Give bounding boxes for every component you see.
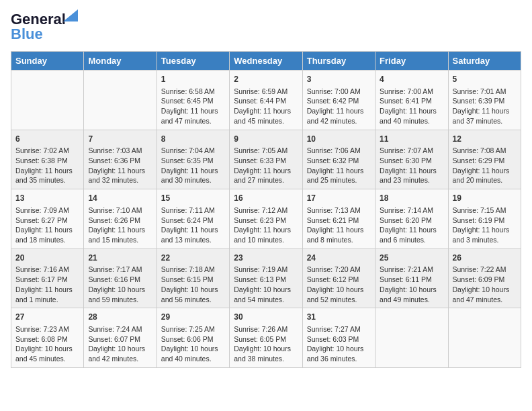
day-info: Sunrise: 7:23 AM Sunset: 6:08 PM Dayligh…: [15, 324, 79, 364]
day-number: 20: [15, 253, 79, 264]
calendar-cell: 18Sunrise: 7:14 AM Sunset: 6:20 PM Dayli…: [375, 189, 448, 249]
day-info: Sunrise: 7:01 AM Sunset: 6:39 PM Dayligh…: [453, 87, 517, 126]
calendar-cell: 15Sunrise: 7:11 AM Sunset: 6:24 PM Dayli…: [157, 189, 229, 249]
day-info: Sunrise: 7:22 AM Sunset: 6:09 PM Dayligh…: [453, 265, 517, 304]
logo: General Blue: [11, 11, 66, 43]
day-info: Sunrise: 7:09 AM Sunset: 6:27 PM Dayligh…: [15, 205, 79, 245]
day-number: 4: [380, 74, 443, 85]
day-number: 11: [380, 134, 443, 145]
calendar-cell: 3Sunrise: 7:00 AM Sunset: 6:42 PM Daylig…: [302, 71, 375, 130]
day-number: 22: [161, 253, 225, 264]
day-info: Sunrise: 7:07 AM Sunset: 6:30 PM Dayligh…: [380, 146, 443, 185]
calendar-week-row: 1Sunrise: 6:58 AM Sunset: 6:45 PM Daylig…: [11, 71, 521, 130]
day-info: Sunrise: 7:11 AM Sunset: 6:24 PM Dayligh…: [161, 205, 225, 245]
calendar-cell: 29Sunrise: 7:25 AM Sunset: 6:06 PM Dayli…: [157, 308, 229, 368]
svg-marker-0: [63, 9, 78, 21]
day-info: Sunrise: 7:24 AM Sunset: 6:07 PM Dayligh…: [88, 324, 152, 364]
calendar-week-row: 20Sunrise: 7:16 AM Sunset: 6:17 PM Dayli…: [11, 248, 521, 308]
calendar-cell: 7Sunrise: 7:03 AM Sunset: 6:36 PM Daylig…: [84, 130, 157, 189]
day-number: 10: [307, 134, 371, 145]
calendar-week-row: 27Sunrise: 7:23 AM Sunset: 6:08 PM Dayli…: [11, 308, 521, 368]
day-number: 3: [307, 74, 371, 85]
day-info: Sunrise: 6:58 AM Sunset: 6:45 PM Dayligh…: [161, 87, 225, 126]
calendar-cell: [448, 308, 521, 368]
col-header-sunday: Sunday: [11, 52, 84, 71]
calendar-cell: 16Sunrise: 7:12 AM Sunset: 6:23 PM Dayli…: [230, 189, 302, 249]
calendar-cell: 17Sunrise: 7:13 AM Sunset: 6:21 PM Dayli…: [302, 189, 375, 249]
day-info: Sunrise: 7:13 AM Sunset: 6:21 PM Dayligh…: [307, 205, 371, 245]
calendar-cell: 8Sunrise: 7:04 AM Sunset: 6:35 PM Daylig…: [157, 130, 229, 189]
day-info: Sunrise: 7:18 AM Sunset: 6:15 PM Dayligh…: [161, 265, 225, 304]
calendar-cell: 26Sunrise: 7:22 AM Sunset: 6:09 PM Dayli…: [448, 248, 521, 308]
day-info: Sunrise: 7:06 AM Sunset: 6:32 PM Dayligh…: [307, 146, 371, 185]
calendar-cell: 20Sunrise: 7:16 AM Sunset: 6:17 PM Dayli…: [11, 248, 84, 308]
calendar-cell: 28Sunrise: 7:24 AM Sunset: 6:07 PM Dayli…: [84, 308, 157, 368]
day-info: Sunrise: 7:04 AM Sunset: 6:35 PM Dayligh…: [161, 146, 225, 185]
calendar-cell: [84, 71, 157, 130]
day-number: 30: [234, 312, 298, 323]
day-info: Sunrise: 7:03 AM Sunset: 6:36 PM Dayligh…: [88, 146, 152, 185]
day-info: Sunrise: 7:17 AM Sunset: 6:16 PM Dayligh…: [88, 265, 152, 304]
day-number: 1: [161, 74, 225, 85]
calendar-cell: 12Sunrise: 7:08 AM Sunset: 6:29 PM Dayli…: [448, 130, 521, 189]
day-info: Sunrise: 7:00 AM Sunset: 6:42 PM Dayligh…: [307, 87, 371, 126]
calendar-cell: 27Sunrise: 7:23 AM Sunset: 6:08 PM Dayli…: [11, 308, 84, 368]
day-number: 31: [307, 312, 371, 323]
day-info: Sunrise: 7:10 AM Sunset: 6:26 PM Dayligh…: [88, 205, 152, 245]
day-number: 25: [380, 253, 443, 264]
calendar-cell: 10Sunrise: 7:06 AM Sunset: 6:32 PM Dayli…: [302, 130, 375, 189]
day-info: Sunrise: 7:19 AM Sunset: 6:13 PM Dayligh…: [234, 265, 298, 304]
col-header-thursday: Thursday: [302, 52, 375, 71]
page-header: General Blue: [11, 11, 521, 43]
calendar-cell: 11Sunrise: 7:07 AM Sunset: 6:30 PM Dayli…: [375, 130, 448, 189]
day-number: 8: [161, 134, 225, 145]
calendar-cell: [11, 71, 84, 130]
day-info: Sunrise: 7:05 AM Sunset: 6:33 PM Dayligh…: [234, 146, 298, 185]
calendar-cell: 21Sunrise: 7:17 AM Sunset: 6:16 PM Dayli…: [84, 248, 157, 308]
day-number: 28: [88, 312, 152, 323]
calendar-cell: 2Sunrise: 6:59 AM Sunset: 6:44 PM Daylig…: [230, 71, 302, 130]
day-number: 18: [380, 193, 443, 204]
day-number: 21: [88, 253, 152, 264]
day-info: Sunrise: 7:08 AM Sunset: 6:29 PM Dayligh…: [453, 146, 517, 185]
calendar-cell: 23Sunrise: 7:19 AM Sunset: 6:13 PM Dayli…: [230, 248, 302, 308]
calendar-cell: 4Sunrise: 7:00 AM Sunset: 6:41 PM Daylig…: [375, 71, 448, 130]
day-number: 9: [234, 134, 298, 145]
calendar-table: SundayMondayTuesdayWednesdayThursdayFrid…: [11, 51, 521, 368]
day-number: 14: [88, 193, 152, 204]
logo-general: General: [11, 11, 66, 28]
calendar-cell: 30Sunrise: 7:26 AM Sunset: 6:05 PM Dayli…: [230, 308, 302, 368]
col-header-wednesday: Wednesday: [230, 52, 302, 71]
col-header-monday: Monday: [84, 52, 157, 71]
day-number: 29: [161, 312, 225, 323]
day-number: 15: [161, 193, 225, 204]
day-number: 6: [15, 134, 79, 145]
day-number: 2: [234, 74, 298, 85]
calendar-cell: 1Sunrise: 6:58 AM Sunset: 6:45 PM Daylig…: [157, 71, 229, 130]
day-number: 24: [307, 253, 371, 264]
day-info: Sunrise: 7:26 AM Sunset: 6:05 PM Dayligh…: [234, 324, 298, 364]
calendar-week-row: 13Sunrise: 7:09 AM Sunset: 6:27 PM Dayli…: [11, 189, 521, 249]
col-header-friday: Friday: [375, 52, 448, 71]
day-number: 5: [453, 74, 517, 85]
day-number: 19: [453, 193, 517, 204]
calendar-cell: 6Sunrise: 7:02 AM Sunset: 6:38 PM Daylig…: [11, 130, 84, 189]
day-number: 27: [15, 312, 79, 323]
day-number: 17: [307, 193, 371, 204]
day-number: 12: [453, 134, 517, 145]
calendar-cell: 13Sunrise: 7:09 AM Sunset: 6:27 PM Dayli…: [11, 189, 84, 249]
day-info: Sunrise: 7:14 AM Sunset: 6:20 PM Dayligh…: [380, 205, 443, 245]
calendar-cell: 25Sunrise: 7:21 AM Sunset: 6:11 PM Dayli…: [375, 248, 448, 308]
calendar-cell: 5Sunrise: 7:01 AM Sunset: 6:39 PM Daylig…: [448, 71, 521, 130]
calendar-cell: 22Sunrise: 7:18 AM Sunset: 6:15 PM Dayli…: [157, 248, 229, 308]
day-info: Sunrise: 7:20 AM Sunset: 6:12 PM Dayligh…: [307, 265, 371, 304]
calendar-cell: 14Sunrise: 7:10 AM Sunset: 6:26 PM Dayli…: [84, 189, 157, 249]
logo-triangle-icon: [63, 9, 78, 21]
calendar-cell: 9Sunrise: 7:05 AM Sunset: 6:33 PM Daylig…: [230, 130, 302, 189]
day-info: Sunrise: 7:00 AM Sunset: 6:41 PM Dayligh…: [380, 87, 443, 126]
day-info: Sunrise: 7:16 AM Sunset: 6:17 PM Dayligh…: [15, 265, 79, 304]
day-number: 16: [234, 193, 298, 204]
day-info: Sunrise: 6:59 AM Sunset: 6:44 PM Dayligh…: [234, 87, 298, 126]
col-header-saturday: Saturday: [448, 52, 521, 71]
day-number: 26: [453, 253, 517, 264]
